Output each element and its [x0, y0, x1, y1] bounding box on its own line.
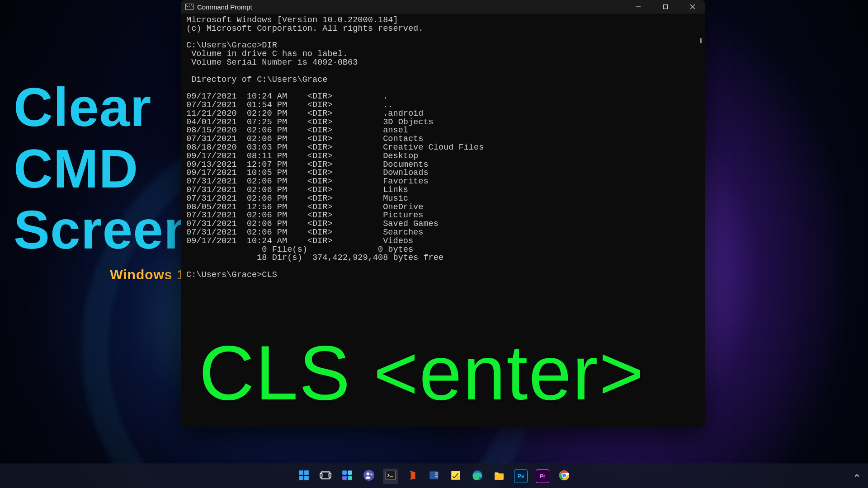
- svg-rect-6: [299, 476, 303, 480]
- taskbar-start-button[interactable]: [296, 469, 311, 484]
- teams-icon: [363, 469, 375, 483]
- close-button[interactable]: [681, 0, 704, 14]
- svg-rect-7: [304, 476, 309, 480]
- svg-rect-13: [342, 476, 347, 480]
- svg-rect-11: [342, 470, 347, 475]
- taskbar-sticky-notes-button[interactable]: [448, 469, 463, 484]
- taskbar-premiere-button[interactable]: Pr: [535, 469, 550, 484]
- taskbar-center: PsPr: [296, 469, 572, 484]
- command-prompt-window[interactable]: Command Prompt Microsoft Windows [Versio…: [181, 0, 705, 427]
- explorer-icon: [493, 469, 505, 483]
- taskbar-chrome-button[interactable]: [557, 469, 572, 484]
- svg-rect-4: [299, 470, 303, 475]
- window-title: Command Prompt: [197, 3, 252, 11]
- task-view-icon: [320, 469, 331, 483]
- office-icon: [406, 469, 418, 483]
- taskbar-terminal-button[interactable]: [383, 469, 398, 484]
- svg-rect-23: [435, 476, 438, 477]
- word-icon: [428, 469, 440, 483]
- svg-rect-5: [304, 470, 309, 475]
- overlay-line3: Screen: [14, 199, 197, 261]
- svg-rect-21: [435, 472, 438, 473]
- svg-rect-18: [386, 471, 396, 480]
- sticky-notes-icon: [450, 469, 462, 483]
- chrome-icon: [558, 469, 570, 483]
- minimize-button[interactable]: [627, 0, 650, 14]
- overlay-subtitle: Windows 11: [110, 267, 193, 282]
- terminal-icon: [385, 469, 396, 483]
- scrollbar-thumb[interactable]: [700, 38, 702, 43]
- taskbar[interactable]: PsPr: [0, 464, 868, 488]
- svg-rect-27: [495, 474, 504, 479]
- overlay-line1: Clear: [14, 77, 197, 138]
- taskbar-photoshop-button[interactable]: Ps: [513, 469, 528, 484]
- svg-rect-9: [320, 473, 322, 477]
- svg-rect-10: [329, 473, 331, 477]
- svg-rect-1: [664, 5, 668, 9]
- svg-rect-12: [348, 470, 352, 475]
- window-titlebar[interactable]: Command Prompt: [181, 0, 705, 14]
- overlay-line2: CMD: [14, 138, 197, 200]
- premiere-icon: Pr: [536, 469, 549, 483]
- terminal-output[interactable]: Microsoft Windows [Version 10.0.22000.18…: [186, 16, 700, 280]
- tutorial-title-overlay: Clear CMD Screen Windows 11: [14, 77, 197, 282]
- start-icon: [298, 469, 310, 483]
- taskbar-edge-button[interactable]: [470, 469, 485, 484]
- svg-point-16: [367, 472, 370, 475]
- taskbar-office-button[interactable]: [405, 469, 420, 484]
- taskbar-word-button[interactable]: [426, 469, 442, 484]
- svg-rect-24: [451, 471, 460, 480]
- svg-rect-22: [435, 474, 438, 475]
- system-tray[interactable]: [854, 473, 860, 480]
- edge-icon: [472, 469, 483, 483]
- taskbar-teams-button[interactable]: [361, 469, 377, 484]
- svg-rect-14: [348, 476, 352, 480]
- svg-point-15: [363, 470, 374, 481]
- maximize-button[interactable]: [654, 0, 677, 14]
- tray-overflow-icon[interactable]: [854, 473, 860, 480]
- taskbar-explorer-button[interactable]: [491, 469, 507, 484]
- desktop-background: Clear CMD Screen Windows 11 Command Prom…: [0, 0, 868, 488]
- taskbar-task-view-button[interactable]: [318, 469, 333, 484]
- taskbar-widgets-button[interactable]: [340, 469, 355, 484]
- command-prompt-icon: [185, 4, 193, 10]
- svg-point-17: [370, 473, 372, 475]
- photoshop-icon: Ps: [514, 469, 528, 483]
- widgets-icon: [341, 469, 353, 483]
- terminal-body[interactable]: Microsoft Windows [Version 10.0.22000.18…: [181, 14, 705, 427]
